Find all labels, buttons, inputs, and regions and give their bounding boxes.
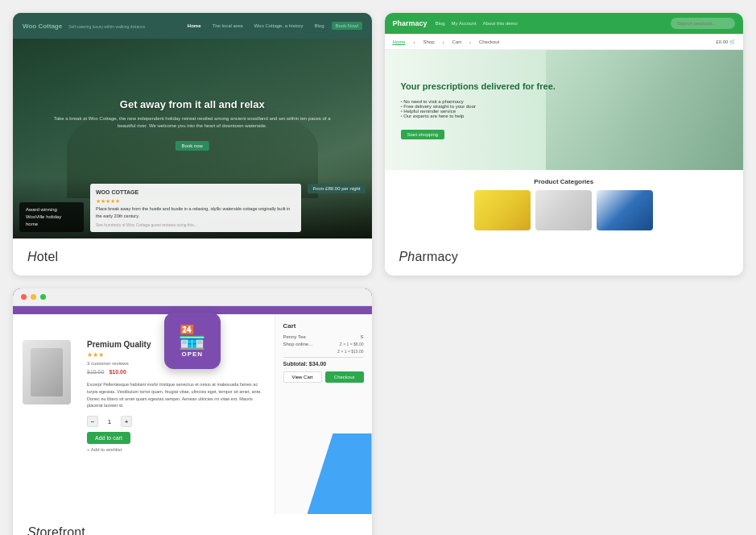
pharmacy-nav-arrow2: › — [443, 39, 444, 44]
storefront-mockup: 🏪 OPEN Premium Quality ★★★ — [13, 288, 372, 514]
pharmacy-label-rest: armacy — [415, 250, 457, 263]
pharmacy-nav-cart: Cart — [452, 39, 461, 44]
storefront-cart-title: Cart — [283, 322, 364, 330]
hotel-hero-book-btn[interactable]: Book now — [176, 141, 209, 151]
browser-dot-close — [21, 294, 27, 300]
hotel-hero-title: Get away from it all and relax — [49, 98, 336, 110]
pharmacy-nav-shop: Shop — [423, 39, 435, 44]
storefront-label-rest: orefront — [39, 525, 85, 535]
hotel-award-box: Award winning WooVille holiday home — [19, 202, 84, 232]
qty-increase-btn[interactable]: + — [121, 416, 132, 427]
storefront-product-price: $15.00 $10.00 — [87, 369, 265, 375]
pharmacy-hero: Your prescriptions delivered for free. N… — [385, 50, 744, 170]
hotel-award-line3: home — [26, 221, 77, 228]
pharmacy-hero-title: Your prescriptions delivered for free. — [401, 81, 556, 92]
pharmacy-nav-checkout: Checkout — [479, 39, 499, 44]
storefront-product: Premium Quality ★★★ 3 customer reviews $… — [13, 314, 275, 514]
hotel-nav-links: Home The local area Woo Cottage, a histo… — [184, 22, 362, 30]
hotel-stars: ★★★★★ — [96, 197, 295, 205]
storefront-label: Storefront — [13, 514, 372, 535]
hotel-hero: Get away from it all and relax Take a br… — [13, 39, 372, 238]
pharmacy-topbar: Pharmacy Blog My Account About this demo — [385, 13, 744, 34]
pharmacy-cat-grid — [397, 190, 732, 230]
store-bag-icon: 🏪 — [178, 324, 206, 350]
storefront-view-cart-btn[interactable]: View Cart — [283, 371, 322, 383]
hotel-hero-content: Get away from it all and relax Take a br… — [49, 98, 336, 151]
hotel-label-rest: otel — [37, 250, 58, 263]
demo-grid: Woo Cottage Self-catering luxury within … — [13, 13, 743, 535]
pharmacy-hero-list: No need to visit a pharmacy Free deliver… — [401, 99, 556, 118]
pharmacy-search-input[interactable] — [671, 18, 735, 29]
hotel-award-line2: WooVille holiday — [26, 214, 77, 221]
pharmacy-topbar-nav: Blog My Account About this demo — [436, 21, 518, 26]
hotel-info-title: WOO COTTAGE — [96, 188, 295, 197]
browser-dot-maximize — [40, 294, 46, 300]
qty-decrease-btn[interactable]: − — [87, 416, 98, 427]
hotel-nav: Woo Cottage Self-catering luxury within … — [13, 13, 372, 39]
storefront-product-img-inner — [31, 348, 63, 396]
pharmacy-hero-bg-img — [546, 50, 743, 170]
pharmacy-hero-text: Your prescriptions delivered for free. N… — [401, 81, 556, 139]
pharmacy-cat-medical — [535, 190, 592, 230]
pharmacy-categories: Product Categories — [385, 170, 744, 238]
storefront-cart-item-1: Penny Tee S — [283, 334, 364, 339]
storefront-wishlist-btn[interactable]: + Add to wishlist — [87, 447, 265, 452]
hotel-card[interactable]: Woo Cottage Self-catering luxury within … — [13, 13, 372, 276]
storefront-checkout-btn[interactable]: Checkout — [325, 371, 364, 383]
storefront-open-icon: 🏪 OPEN — [164, 313, 221, 369]
qty-value: 1 — [101, 419, 118, 425]
pharmacy-mockup: Pharmacy Blog My Account About this demo… — [385, 13, 744, 238]
storefront-old-price: $15.00 — [87, 369, 104, 375]
hotel-info-box: WOO COTTAGE ★★★★★ Place break away from … — [90, 184, 301, 232]
pharmacy-topbar-logo: Pharmacy — [393, 19, 428, 27]
hotel-award-line1: Award winning — [26, 206, 77, 214]
hotel-label-italic: H — [27, 250, 37, 263]
pharmacy-hero-btn[interactable]: Start shopping — [401, 130, 445, 139]
storefront-open-text: OPEN — [181, 350, 203, 358]
hotel-card-bottom: Award winning WooVille holiday home WOO … — [13, 177, 372, 238]
storefront-card[interactable]: 🏪 OPEN Premium Quality ★★★ — [13, 288, 372, 535]
storefront-preview: 🏪 OPEN Premium Quality ★★★ — [13, 288, 372, 514]
hotel-label: Hotel — [13, 238, 372, 276]
hotel-nav-blog: Blog — [311, 22, 327, 30]
storefront-browser-bar — [13, 288, 372, 306]
pharmacy-nav-arrow3: › — [469, 39, 471, 44]
storefront-cart-buttons: View Cart Checkout — [283, 371, 364, 383]
pharmacy-secondary-nav: Home › Shop › Cart › Checkout £0.00 🛒 — [385, 34, 744, 50]
hotel-nav-history: Woo Cottage, a history — [251, 22, 307, 30]
storefront-new-price: $10.00 — [109, 369, 126, 375]
storefront-product-qty: − 1 + — [87, 416, 265, 427]
storefront-cart-item-detail-1: Shop online... Z × 1 = $8.00 — [283, 342, 364, 346]
pharmacy-topbar-account: My Account — [452, 21, 477, 26]
pharmacy-card[interactable]: Pharmacy Blog My Account About this demo… — [385, 13, 744, 276]
pharmacy-topbar-blog: Blog — [436, 21, 445, 26]
hotel-nav-tagline: Self-catering luxury within walking dist… — [68, 24, 178, 29]
storefront-label-italic: St — [27, 525, 39, 535]
storefront-product-desc: Excerpt Pellentesque habitant morbi tris… — [87, 381, 265, 409]
hotel-price-tag: From £89.00 per night — [308, 184, 365, 193]
browser-dot-minimize — [31, 294, 36, 300]
pharmacy-nav-home: Home — [393, 39, 406, 44]
hotel-nav-logo: Woo Cottage — [23, 23, 62, 30]
storefront-product-img — [23, 340, 71, 404]
hotel-info-subtext: See hundreds of Woo Cottage guest review… — [96, 222, 295, 228]
storefront-cart-subtotal: Subtotal: $34.00 — [283, 357, 364, 367]
storefront-add-to-cart-btn[interactable]: Add to cart — [87, 432, 130, 444]
hotel-nav-area: The local area — [209, 22, 246, 30]
pharmacy-preview: Pharmacy Blog My Account About this demo… — [385, 13, 744, 238]
pharmacy-nav-arrow1: › — [414, 39, 415, 44]
hotel-preview: Woo Cottage Self-catering luxury within … — [13, 13, 372, 238]
pharmacy-list-item-4: Our experts are here to help — [401, 114, 556, 118]
hotel-info-text: Place break away from the hustle and bus… — [96, 205, 295, 220]
pharmacy-cat-doctor — [597, 190, 653, 230]
pharmacy-label: Pharmacy — [385, 238, 744, 276]
pharmacy-label-italic: Ph — [399, 250, 415, 263]
hotel-nav-book: Book Now! — [332, 22, 361, 30]
pharmacy-topbar-about: About this demo — [483, 21, 518, 26]
pharmacy-cart-total: £0.00 🛒 — [716, 39, 735, 44]
hotel-hero-subtitle: Take a break at Woo Cottage, the new ind… — [49, 115, 336, 130]
storefront-cart-item-2: Z × 1 = $10.00 — [283, 349, 364, 354]
pharmacy-cat-pills — [474, 190, 531, 230]
hotel-nav-home: Home — [184, 22, 204, 30]
pharmacy-cat-title: Product Categories — [397, 178, 732, 185]
